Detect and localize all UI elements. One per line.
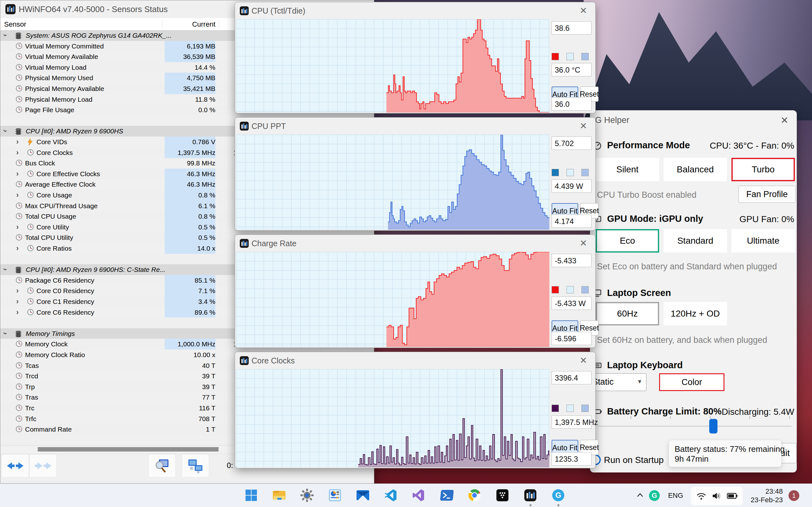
chevron-expanded-icon[interactable]: › — [2, 130, 9, 132]
graph-max-label: 38.6 — [552, 21, 592, 35]
sensor-current-value: 99.8 MHz — [165, 159, 215, 167]
refresh-60hz-button[interactable]: 60Hz — [596, 302, 659, 326]
scrollbar-thumb[interactable] — [38, 447, 218, 452]
graph-window-cpu-ppt: CPU PPT✕5.7024.439 WAuto FitReset4.174 — [235, 117, 596, 231]
chevron-collapsed-icon[interactable]: › — [16, 191, 19, 199]
refresh-120hz-button[interactable]: 120Hz + OD — [664, 302, 727, 326]
language-indicator[interactable]: ENG — [666, 492, 685, 500]
system-summary-button[interactable] — [148, 454, 176, 477]
tray-chevron-up-icon[interactable] — [635, 490, 646, 501]
column-sensor[interactable]: Sensor — [4, 20, 26, 29]
close-icon[interactable]: ✕ — [780, 115, 789, 126]
remote-monitoring-button[interactable] — [182, 454, 209, 477]
column-current[interactable]: Current — [165, 20, 215, 29]
sensor-clock-icon — [15, 202, 22, 211]
sensor-current-value: 0.5 % — [165, 232, 215, 243]
taskbar-icon-chrome[interactable] — [466, 487, 483, 504]
chevron-collapsed-icon[interactable]: › — [16, 297, 19, 305]
taskbar-icon-g-helper[interactable]: G — [550, 487, 566, 504]
perf-mode-turbo-button[interactable]: Turbo — [731, 158, 795, 181]
horizontal-scrollbar[interactable] — [0, 445, 236, 454]
group-label: System: ASUS ROG Zephyrus G14 GA402RK_..… — [26, 32, 171, 39]
slider-tick — [710, 416, 711, 419]
legend-color-swatch[interactable] — [581, 53, 589, 60]
taskbar-icon-settings[interactable] — [299, 487, 315, 504]
slider-tick — [630, 416, 631, 419]
sensor-current-value: 14.4 % — [165, 64, 215, 71]
legend-color-swatch[interactable] — [552, 53, 559, 60]
wifi-icon — [696, 491, 707, 501]
legend-color-swatch[interactable] — [566, 405, 574, 412]
perf-mode-silent-button[interactable]: Silent — [596, 158, 659, 181]
fan-profile-button[interactable]: Fan Profile — [739, 186, 796, 203]
hwinfo-logo-icon — [240, 356, 249, 367]
legend-color-swatch[interactable] — [552, 405, 559, 412]
sensor-current-value: 6,193 MB — [165, 41, 215, 52]
grammarly-tray-icon[interactable]: G — [649, 490, 660, 501]
tray-status-pill[interactable] — [691, 487, 743, 505]
tray-date: 23-Feb-23 — [745, 496, 783, 504]
legend-color-swatch[interactable] — [552, 286, 559, 293]
close-icon[interactable]: ✕ — [580, 5, 587, 16]
chevron-collapsed-icon[interactable]: › — [16, 170, 19, 177]
chevron-collapsed-icon[interactable]: › — [16, 244, 19, 252]
sensor-label: Core VIDs — [37, 138, 67, 146]
taskbar-icon-explorer[interactable] — [271, 487, 287, 504]
laptop-screen-heading: Laptop Screen — [607, 288, 671, 298]
taskbar-icon-mail[interactable] — [355, 487, 371, 504]
close-icon[interactable]: ✕ — [580, 121, 587, 131]
legend-color-swatch[interactable] — [581, 405, 589, 412]
gpu-mode-standard-button[interactable]: Standard — [664, 229, 727, 252]
sensor-current-value: 6.1 % — [165, 201, 215, 211]
notification-badge[interactable]: 1 — [789, 490, 799, 501]
graph-titlebar[interactable]: Core Clocks✕ — [235, 352, 595, 369]
chevron-expanded-icon[interactable]: › — [2, 268, 9, 271]
legend-color-swatch[interactable] — [552, 169, 559, 176]
taskbar-icon-start[interactable] — [243, 487, 259, 504]
sensor-label: Physical Memory Available — [25, 85, 104, 93]
graph-side-panel: 38.636.0 °CAuto FitReset36.0 — [551, 19, 595, 112]
gpu-mode-eco-button[interactable]: Eco — [596, 229, 659, 252]
close-icon[interactable]: ✕ — [580, 238, 587, 248]
graph-color-legend — [552, 169, 589, 176]
run-on-startup-label: Run on Startup — [604, 455, 664, 465]
chevron-collapsed-icon[interactable]: › — [16, 138, 19, 146]
graph-color-legend — [552, 405, 589, 412]
expand-all-button[interactable] — [2, 454, 29, 477]
graph-titlebar[interactable]: CPU PPT✕ — [235, 118, 595, 135]
sensor-clock-icon — [15, 404, 22, 413]
close-icon[interactable]: ✕ — [580, 355, 587, 366]
chevron-expanded-icon[interactable]: › — [2, 332, 9, 335]
chevron-collapsed-icon[interactable]: › — [16, 149, 19, 156]
clock-date[interactable]: 23:48 23-Feb-23 — [745, 487, 783, 504]
taskbar-icon-powershell[interactable] — [438, 487, 455, 504]
chevron-expanded-icon[interactable]: › — [2, 34, 9, 37]
graph-titlebar[interactable]: CPU (Tctl/Tdie)✕ — [235, 2, 595, 19]
sensor-current-value: 1,397.5 MHz — [165, 147, 215, 158]
column-divider — [218, 19, 219, 29]
graph-titlebar[interactable]: Charge Rate✕ — [235, 235, 595, 252]
legend-color-swatch[interactable] — [566, 286, 574, 293]
taskbar-icon-hwinfo[interactable] — [522, 487, 539, 504]
taskbar-icon-visual-studio[interactable] — [410, 487, 427, 504]
battery-limit-slider[interactable] — [598, 426, 792, 427]
perf-mode-balanced-button[interactable]: Balanced — [664, 158, 727, 181]
gpu-mode-ultimate-button[interactable]: Ultimate — [731, 229, 795, 252]
sensor-label: Core C0 Residency — [37, 287, 94, 295]
legend-color-swatch[interactable] — [566, 169, 574, 176]
legend-color-swatch[interactable] — [581, 286, 589, 293]
keyboard-color-button[interactable]: Color — [659, 373, 724, 391]
taskbar-icon-system-monitor[interactable] — [327, 487, 343, 504]
battery-limit-slider-handle[interactable] — [709, 419, 717, 434]
taskbar-icon-streaming-app[interactable] — [494, 487, 511, 504]
legend-color-swatch[interactable] — [566, 53, 574, 60]
graph-window-charge-rate: Charge Rate✕-5.433-5.433 WAuto FitReset-… — [235, 234, 596, 348]
taskbar-icon-vscode[interactable] — [383, 487, 399, 504]
chevron-collapsed-icon[interactable]: › — [16, 308, 19, 316]
keyboard-mode-dropdown[interactable]: Static ▼ — [588, 373, 647, 391]
tooltip-line1: Battery status: 77% remaining — [675, 444, 775, 454]
chevron-collapsed-icon[interactable]: › — [16, 287, 19, 294]
chevron-collapsed-icon[interactable]: › — [16, 223, 19, 231]
collapse-all-button[interactable] — [30, 454, 57, 477]
legend-color-swatch[interactable] — [581, 169, 589, 176]
